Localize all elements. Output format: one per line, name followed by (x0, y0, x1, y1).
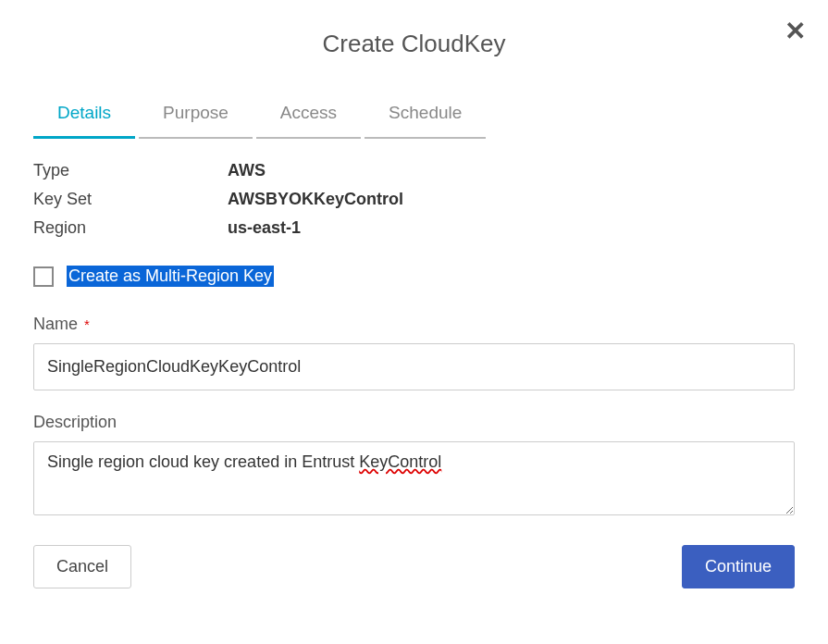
details-grid: Type AWS Key Set AWSBYOKKeyControl Regio… (33, 161, 795, 238)
close-icon[interactable]: ✕ (781, 15, 809, 48)
keyset-value: AWSBYOKKeyControl (228, 190, 795, 209)
description-input[interactable] (33, 441, 795, 515)
name-input[interactable] (33, 343, 795, 390)
tab-schedule[interactable]: Schedule (365, 95, 486, 139)
tab-purpose[interactable]: Purpose (139, 95, 253, 139)
tab-details[interactable]: Details (33, 95, 135, 139)
cancel-button[interactable]: Cancel (33, 545, 131, 588)
region-value: us-east-1 (228, 218, 795, 238)
type-value: AWS (228, 161, 795, 180)
button-row: Cancel Continue (33, 545, 795, 588)
description-label: Description (33, 413, 795, 432)
create-cloudkey-dialog: ✕ Create CloudKey Details Purpose Access… (0, 0, 828, 644)
dialog-title: Create CloudKey (33, 30, 795, 58)
keyset-label: Key Set (33, 190, 228, 209)
multiregion-row: Create as Multi-Region Key (33, 266, 795, 287)
tab-bar: Details Purpose Access Schedule (33, 95, 795, 139)
multiregion-label: Create as Multi-Region Key (67, 266, 274, 287)
required-star-icon: * (84, 316, 90, 332)
multiregion-checkbox[interactable] (33, 266, 54, 287)
region-label: Region (33, 218, 228, 238)
name-label: Name * (33, 315, 795, 334)
continue-button[interactable]: Continue (682, 545, 795, 588)
name-label-text: Name (33, 315, 78, 333)
description-wrap: Single region cloud key created in Entru… (33, 441, 795, 545)
tab-access[interactable]: Access (256, 95, 361, 139)
type-label: Type (33, 161, 228, 180)
